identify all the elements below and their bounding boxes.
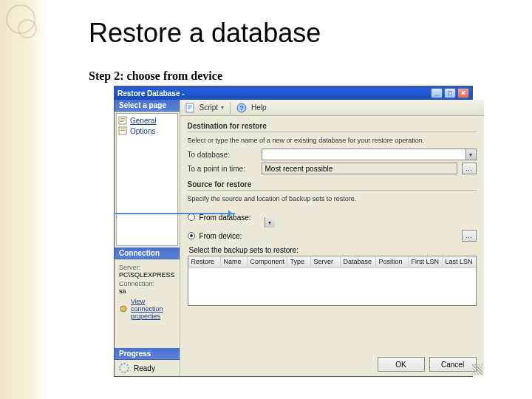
to-database-input[interactable]: [262, 149, 466, 160]
help-icon: ?: [236, 103, 247, 113]
decorative-strip: [0, 0, 47, 399]
view-props-label: View connection properties: [131, 298, 175, 320]
minimize-button[interactable]: _: [431, 88, 443, 98]
server-label: Server:: [119, 264, 175, 271]
col-restore[interactable]: Restore: [188, 256, 221, 267]
svg-rect-3: [120, 121, 123, 122]
help-button[interactable]: Help: [251, 103, 267, 112]
slide-title: Restore a database: [89, 18, 321, 49]
spinner-icon: [119, 363, 129, 373]
restore-database-dialog: Restore Database - _ □ ✕ Select a page G…: [114, 86, 473, 377]
select-page-header: Select a page: [115, 100, 180, 112]
page-icon: [118, 126, 127, 135]
to-point-value: [262, 163, 457, 174]
page-general[interactable]: General: [118, 115, 176, 126]
from-database-radio[interactable]: [188, 214, 195, 221]
cancel-button[interactable]: Cancel: [429, 357, 477, 372]
page-label: General: [130, 117, 157, 125]
source-description: Specify the source and location of backu…: [188, 195, 477, 202]
source-section-title: Source for restore: [188, 180, 477, 188]
page-options[interactable]: Options: [118, 126, 176, 136]
col-database[interactable]: Database: [341, 256, 376, 267]
from-device-browse-button[interactable]: …: [462, 230, 477, 242]
arrow-annotation: [115, 213, 235, 214]
chevron-down-icon[interactable]: ▾: [221, 104, 224, 111]
close-button[interactable]: ✕: [457, 88, 469, 98]
step-caption: Step 2: choose from device: [89, 69, 222, 83]
progress-header: Progress: [115, 348, 180, 360]
from-database-combo[interactable]: ▾: [265, 207, 477, 228]
titlebar[interactable]: Restore Database - _ □ ✕: [115, 86, 472, 100]
chevron-down-icon[interactable]: ▾: [466, 149, 476, 160]
svg-rect-1: [120, 118, 125, 119]
toolbar: Script ▾ ? Help: [180, 100, 484, 116]
script-button[interactable]: Script: [200, 103, 219, 112]
connection-icon: [119, 304, 128, 314]
view-connection-properties[interactable]: View connection properties: [119, 298, 175, 320]
from-device-radio[interactable]: [188, 232, 195, 239]
svg-point-7: [120, 306, 126, 312]
connection-info: Server: PC\SQLEXPRESS Connection: sa Vie…: [115, 259, 180, 348]
to-database-label: To database:: [188, 151, 257, 159]
separator: [230, 102, 231, 114]
col-component[interactable]: Component: [248, 256, 287, 267]
col-type[interactable]: Type: [287, 256, 311, 267]
svg-rect-6: [120, 130, 125, 131]
connection-value: sa: [119, 287, 175, 295]
from-database-input: [265, 207, 364, 217]
to-point-label: To a point in time:: [188, 165, 257, 173]
main-panel: Script ▾ ? Help Destination for restore …: [180, 100, 484, 376]
col-position[interactable]: Position: [376, 256, 409, 267]
destination-description: Select or type the name of a new or exis…: [188, 137, 477, 144]
destination-section-title: Destination for restore: [188, 122, 477, 130]
resize-grip[interactable]: [472, 364, 482, 375]
col-name[interactable]: Name: [221, 256, 248, 267]
rule: [188, 132, 477, 132]
maximize-button[interactable]: □: [444, 88, 456, 98]
chevron-down-icon[interactable]: ▾: [265, 217, 275, 228]
col-server[interactable]: Server: [311, 256, 341, 267]
progress-label: Ready: [134, 364, 155, 372]
svg-rect-2: [120, 120, 125, 120]
content-area: Destination for restore Select or type t…: [180, 116, 484, 376]
page-icon: [118, 116, 127, 125]
col-first-lsn[interactable]: First LSN: [409, 256, 443, 267]
from-device-label: From device:: [200, 232, 260, 240]
progress-state: Ready: [115, 360, 180, 376]
to-point-field[interactable]: [262, 163, 457, 174]
to-point-browse-button[interactable]: …: [462, 163, 477, 174]
ok-button[interactable]: OK: [378, 357, 425, 372]
connection-label: Connection:: [119, 280, 175, 287]
pages-list: General Options: [116, 113, 178, 246]
col-last-lsn[interactable]: Last LSN: [443, 256, 476, 267]
connection-header: Connection: [115, 248, 180, 259]
grid-header: Restore Name Component Type Server Datab…: [188, 256, 476, 267]
server-value: PC\SQLEXPRESS: [119, 271, 175, 279]
svg-text:?: ?: [240, 104, 244, 112]
to-database-combo[interactable]: ▾: [262, 149, 477, 160]
page-label: Options: [130, 127, 155, 135]
backup-sets-label: Select the backup sets to restore:: [189, 246, 477, 254]
window-title: Restore Database -: [117, 89, 431, 98]
svg-rect-8: [186, 103, 194, 112]
left-panel: Select a page General Options Connection: [115, 100, 180, 376]
svg-rect-5: [120, 129, 125, 129]
rule: [188, 190, 477, 191]
script-icon: [185, 103, 195, 113]
backup-sets-grid[interactable]: Restore Name Component Type Server Datab…: [188, 256, 477, 306]
